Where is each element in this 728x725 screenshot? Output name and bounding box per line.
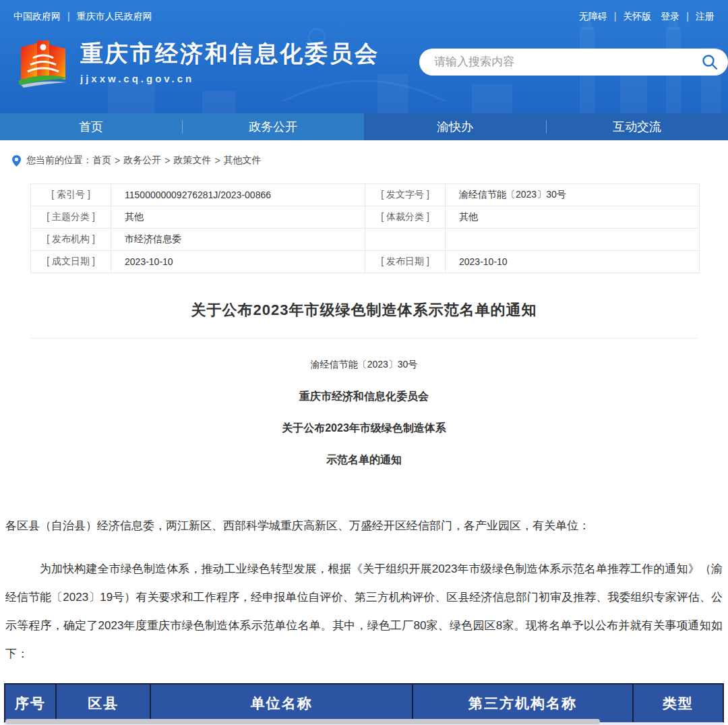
- meta-value-genre-class: 其他: [446, 206, 700, 229]
- doc-subtitle-line-1: 关于公布2023年市级绿色制造体系: [0, 422, 728, 436]
- link-login[interactable]: 登录: [661, 11, 679, 22]
- nav-yukuaiban[interactable]: 渝快办: [364, 113, 546, 140]
- separator: |: [686, 11, 689, 22]
- document-body: 各区县（自治县）经济信息委，两江新区、西部科学城重庆高新区、万盛经开区经信部门，…: [5, 512, 723, 668]
- meta-row: [ 发布机构 ] 市经济信息委: [31, 229, 700, 251]
- top-links-right: 无障碍|关怀版登录|注册: [579, 11, 715, 23]
- meta-value-issuing-org: 市经济信息委: [111, 229, 365, 251]
- breadcrumb-separator: >: [164, 155, 170, 166]
- nav-home[interactable]: 首页: [0, 113, 182, 140]
- nav-interaction[interactable]: 互动交流: [546, 113, 728, 140]
- meta-label-empty: [365, 229, 445, 251]
- doc-subtitle-line-2: 示范名单的通知: [0, 453, 728, 467]
- breadcrumb-policy-files[interactable]: 政策文件: [173, 154, 211, 167]
- link-cq-gov[interactable]: 重庆市人民政府网: [77, 11, 152, 22]
- link-register[interactable]: 注册: [696, 11, 715, 22]
- col-header-serial: 序号: [5, 684, 56, 724]
- breadcrumb-separator: >: [214, 155, 220, 166]
- meta-label-index-no: [ 索引号 ]: [31, 184, 111, 206]
- breadcrumb: 您当前的位置： 首页 > 政务公开 > 政策文件 > 其他文件: [0, 140, 728, 167]
- nav-divider: [546, 120, 547, 134]
- top-links-left: 中国政府网|重庆市人民政府网: [13, 11, 152, 23]
- page-title: 关于公布2023年市级绿色制造体系示范名单的通知: [0, 300, 728, 320]
- search-bar: [419, 49, 728, 76]
- link-accessibility[interactable]: 无障碍: [579, 11, 607, 22]
- main-nav: 首页 政务公开 渝快办 互动交流: [0, 113, 728, 140]
- doc-number-line: 渝经信节能〔2023〕30号: [0, 359, 728, 371]
- site-branding: 重庆市经济和信息化委员会 jjxxw.cq.gov.cn: [17, 38, 380, 89]
- meta-row: [ 索引号 ] 11500000009276281J/2023-00866 [ …: [31, 184, 700, 206]
- top-links-bar: 中国政府网|重庆市人民政府网 无障碍|关怀版登录|注册: [13, 11, 715, 23]
- site-url: jjxxw.cq.gov.cn: [80, 73, 380, 84]
- breadcrumb-gov-affairs[interactable]: 政务公开: [123, 154, 161, 167]
- doc-paragraph-main: 为加快构建全市绿色制造体系，推动工业绿色转型发展，根据《关于组织开展2023年市…: [5, 555, 723, 668]
- col-header-third-party: 第三方机构名称: [413, 684, 633, 724]
- meta-row: [ 成文日期 ] 2023-10-10 [ 发布日期 ] 2023-10-10: [31, 251, 700, 273]
- link-china-gov[interactable]: 中国政府网: [13, 11, 61, 22]
- col-header-company: 单位名称: [150, 684, 413, 724]
- meta-value-doc-no: 渝经信节能〔2023〕30号: [446, 184, 700, 206]
- meta-label-written-date: [ 成文日期 ]: [31, 251, 111, 273]
- search-input[interactable]: [434, 55, 701, 69]
- meta-value-topic-class: 其他: [111, 206, 365, 229]
- document-meta-table: [ 索引号 ] 11500000009276281J/2023-00866 [ …: [30, 183, 700, 273]
- search-icon[interactable]: [701, 53, 719, 71]
- meta-value-publish-date: 2023-10-10: [446, 251, 700, 273]
- meta-label-genre-class: [ 体裁分类 ]: [365, 206, 445, 229]
- horizontal-scrollbar-thumb[interactable]: [5, 719, 600, 724]
- breadcrumb-home[interactable]: 首页: [92, 154, 111, 167]
- breadcrumb-separator: >: [115, 155, 120, 166]
- col-header-district: 区县: [56, 684, 150, 724]
- nav-gov-affairs[interactable]: 政务公开: [182, 113, 364, 140]
- table-header-row: 序号 区县 单位名称 第三方机构名称 类型: [5, 684, 723, 724]
- title-divider: [30, 338, 698, 339]
- nav-divider: [182, 120, 183, 134]
- doc-paragraph-salutation: 各区县（自治县）经济信息委，两江新区、西部科学城重庆高新区、万盛经开区经信部门，…: [5, 512, 723, 540]
- meta-label-doc-no: [ 发文字号 ]: [365, 184, 445, 206]
- meta-label-topic-class: [ 主题分类 ]: [31, 206, 111, 229]
- separator: |: [614, 11, 617, 22]
- location-pin-icon: [12, 155, 21, 167]
- meta-value-index-no: 11500000009276281J/2023-00866: [111, 184, 365, 206]
- link-care-version[interactable]: 关怀版: [623, 11, 651, 22]
- breadcrumb-other-files[interactable]: 其他文件: [224, 154, 262, 167]
- site-name: 重庆市经济和信息化委员会: [80, 42, 380, 65]
- breadcrumb-prefix: 您当前的位置：: [26, 154, 92, 167]
- meta-label-publish-date: [ 发布日期 ]: [365, 251, 445, 273]
- col-header-type: 类型: [633, 684, 723, 724]
- meta-label-issuing-org: [ 发布机构 ]: [31, 229, 111, 251]
- site-logo-emblem[interactable]: [17, 38, 69, 89]
- separator: |: [67, 11, 70, 22]
- meta-row: [ 主题分类 ] 其他 [ 体裁分类 ] 其他: [31, 206, 700, 229]
- site-header: 中国政府网|重庆市人民政府网 无障碍|关怀版登录|注册 重庆市经济和信息化委员会: [0, 0, 728, 113]
- meta-value-empty: [446, 229, 700, 251]
- site-title-block: 重庆市经济和信息化委员会 jjxxw.cq.gov.cn: [80, 38, 380, 84]
- doc-issuer-line: 重庆市经济和信息化委员会: [0, 390, 728, 404]
- meta-value-written-date: 2023-10-10: [111, 251, 365, 273]
